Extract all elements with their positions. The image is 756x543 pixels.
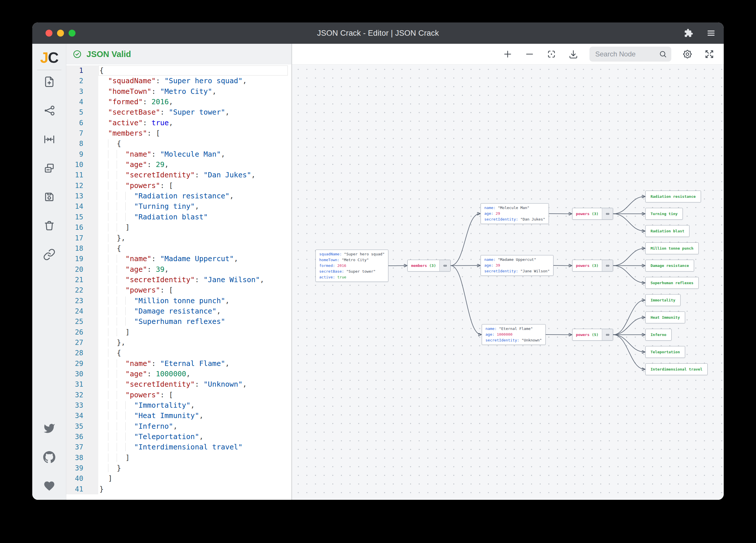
line-number: 33 bbox=[66, 400, 98, 410]
graph-node-powers-2[interactable]: powers(5) bbox=[572, 329, 613, 340]
file-plus-icon bbox=[43, 75, 56, 88]
code-line: 6 "active": true, bbox=[66, 118, 291, 128]
expand-collapse-toggle[interactable] bbox=[602, 208, 613, 220]
minimize-window-button[interactable] bbox=[57, 30, 64, 37]
line-number: 39 bbox=[66, 463, 98, 473]
graph-canvas[interactable]: squadName: "Super hero squad"homeTown: "… bbox=[292, 65, 724, 500]
line-number: 24 bbox=[66, 306, 98, 316]
graph-node-leaf-2-1[interactable]: Heat Immunity bbox=[645, 311, 685, 323]
code-line: 7 "members": [ bbox=[66, 128, 291, 139]
delete-button[interactable] bbox=[43, 220, 56, 232]
code-line: 5 "secretBase": "Super tower", bbox=[66, 107, 291, 118]
graph-node-leaf-1-1[interactable]: Damage resistance bbox=[645, 260, 694, 272]
graph-node-leaf-1-0[interactable]: Million tonne punch bbox=[645, 243, 699, 254]
graph-node-leaf-2-3[interactable]: Teleportation bbox=[645, 346, 685, 358]
plus-icon bbox=[502, 49, 513, 59]
focus-icon bbox=[546, 49, 557, 59]
graph-node-leaf-2-4[interactable]: Interdimensional travel bbox=[645, 363, 708, 375]
code-line: 22 "powers": [ bbox=[66, 285, 291, 295]
code-line: 39 } bbox=[66, 463, 291, 473]
line-number: 3 bbox=[66, 86, 98, 97]
twitter-button[interactable] bbox=[43, 422, 56, 435]
code-line: 9 "name": "Molecule Man", bbox=[66, 149, 291, 160]
line-number: 9 bbox=[66, 149, 98, 160]
graph-toolbar bbox=[292, 44, 724, 65]
line-number: 32 bbox=[66, 390, 98, 400]
line-number: 17 bbox=[66, 233, 98, 243]
node-row: formed: 2016 bbox=[319, 263, 385, 269]
graph-node-leaf-2-0[interactable]: Immortality bbox=[645, 294, 681, 306]
node-row: age: 29 bbox=[484, 211, 545, 217]
code-line: 13 "Radiation resistance", bbox=[66, 191, 291, 201]
graph-pane: squadName: "Super hero squad"homeTown: "… bbox=[292, 44, 724, 500]
graph-node-powers-0[interactable]: powers(3) bbox=[572, 208, 613, 220]
code-line: 28 { bbox=[66, 348, 291, 358]
new-document-button[interactable] bbox=[43, 75, 56, 88]
graph-node-leaf-0-0[interactable]: Radiation resistance bbox=[645, 191, 701, 203]
array-node-label: powers(5) bbox=[572, 329, 602, 340]
save-button[interactable] bbox=[43, 191, 56, 203]
focus-node-button[interactable] bbox=[546, 48, 557, 60]
graph-node-leaf-0-1[interactable]: Turning tiny bbox=[645, 208, 683, 220]
chain-link-icon bbox=[605, 212, 610, 216]
line-number: 8 bbox=[66, 139, 98, 149]
code-line: 33 "Immortality", bbox=[66, 400, 291, 410]
titlebar: JSON Crack - Editor | JSON Crack bbox=[32, 22, 724, 44]
code-line: 17 }, bbox=[66, 233, 291, 243]
node-row: age: 1000000 bbox=[485, 332, 542, 337]
expand-collapse-toggle[interactable] bbox=[602, 260, 613, 271]
copy-icon bbox=[43, 162, 56, 175]
settings-button[interactable] bbox=[682, 48, 693, 60]
json-valid-status: JSON Valid bbox=[86, 50, 131, 59]
line-number: 26 bbox=[66, 327, 98, 337]
graph-node-leaf-2-2[interactable]: Inferno bbox=[645, 329, 672, 340]
copy-button[interactable] bbox=[43, 162, 56, 175]
menu-icon[interactable] bbox=[706, 29, 716, 38]
line-number: 34 bbox=[66, 410, 98, 421]
graph-node-member-1[interactable]: name: "Madame Uppercut"age: 39secretIden… bbox=[481, 255, 553, 276]
graph-node-leaf-1-2[interactable]: Superhuman reflexes bbox=[645, 277, 699, 289]
line-number: 25 bbox=[66, 316, 98, 327]
current-line-highlight bbox=[98, 65, 288, 76]
search-node-box bbox=[589, 47, 671, 62]
chain-link-icon bbox=[605, 264, 610, 268]
line-number: 36 bbox=[66, 432, 98, 442]
code-line: 40 ] bbox=[66, 473, 291, 484]
code-line: 34 "Heat Immunity", bbox=[66, 410, 291, 421]
center-view-button[interactable] bbox=[43, 133, 56, 146]
share-link-button[interactable] bbox=[43, 248, 56, 261]
line-number: 11 bbox=[66, 170, 98, 180]
close-window-button[interactable] bbox=[46, 30, 52, 37]
graph-node-member-0[interactable]: name: "Molecule Man"age: 29secretIdentit… bbox=[481, 203, 549, 224]
extension-icon[interactable] bbox=[684, 29, 693, 38]
code-line: 26 ] bbox=[66, 327, 291, 337]
download-image-button[interactable] bbox=[568, 48, 579, 60]
expand-collapse-toggle[interactable] bbox=[602, 329, 613, 340]
line-number: 14 bbox=[66, 201, 98, 212]
heart-icon bbox=[43, 480, 55, 492]
graph-node-powers-1[interactable]: powers(3) bbox=[572, 260, 613, 272]
graph-node-members[interactable]: members(3) bbox=[407, 260, 451, 272]
zoom-out-button[interactable] bbox=[524, 48, 535, 60]
graph-node-leaf-0-2[interactable]: Radiation blast bbox=[645, 225, 689, 237]
code-line: 32 "powers": [ bbox=[66, 390, 291, 400]
expand-collapse-toggle[interactable] bbox=[439, 260, 450, 271]
sponsor-button[interactable] bbox=[43, 480, 56, 492]
code-line: 37 "Interdimensional travel" bbox=[66, 442, 291, 452]
line-number: 20 bbox=[66, 264, 98, 275]
zoom-window-button[interactable] bbox=[69, 30, 75, 37]
search-icon[interactable] bbox=[659, 50, 667, 60]
graph-node-root[interactable]: squadName: "Super hero squad"homeTown: "… bbox=[315, 250, 388, 282]
code-editor[interactable]: 1{2 "squadName": "Super hero squad",3 "h… bbox=[66, 65, 291, 500]
graph-node-member-2[interactable]: name: "Eternal Flame"age: 1000000secretI… bbox=[482, 324, 546, 345]
github-button[interactable] bbox=[43, 451, 56, 463]
visualize-graph-button[interactable] bbox=[43, 104, 56, 117]
fullscreen-button[interactable] bbox=[704, 48, 715, 60]
line-number: 10 bbox=[66, 160, 98, 170]
code-line: 4 "formed": 2016, bbox=[66, 97, 291, 107]
zoom-in-button[interactable] bbox=[502, 48, 513, 60]
code-line: 12 "powers": [ bbox=[66, 181, 291, 191]
code-line: 10 "age": 29, bbox=[66, 160, 291, 170]
gear-icon bbox=[682, 49, 693, 59]
app-logo[interactable]: JC bbox=[40, 50, 58, 70]
